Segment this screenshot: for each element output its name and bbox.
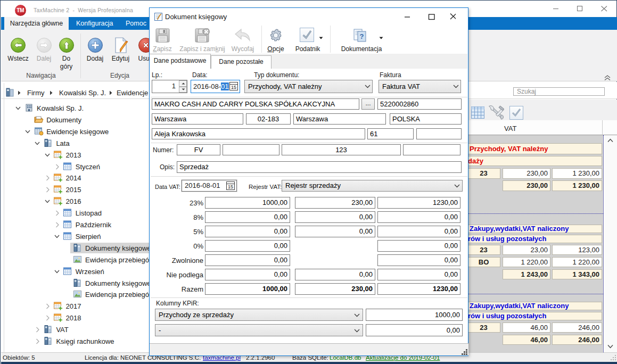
svg-text:?: ?: [360, 32, 364, 40]
svg-text:15: 15: [228, 184, 233, 189]
svg-text:15: 15: [231, 85, 236, 90]
